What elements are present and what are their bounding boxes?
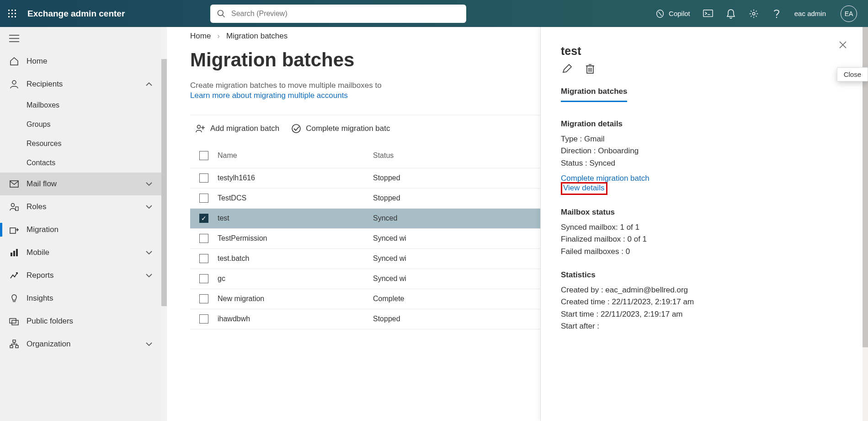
svg-rect-6 (8, 16, 10, 17)
sidebar-item-contacts[interactable]: Contacts (0, 153, 164, 173)
sidebar-item-groups[interactable]: Groups (0, 115, 164, 134)
svg-point-21 (11, 204, 15, 207)
sidebar-label: Organization (27, 340, 70, 349)
sidebar-item-organization[interactable]: Organization (0, 333, 164, 356)
learn-more-link[interactable]: Learn more about migrating multiple acco… (190, 91, 348, 100)
start-after-value: Start after : (561, 320, 842, 332)
close-button[interactable] (837, 39, 849, 51)
svg-rect-20 (10, 181, 18, 187)
sidebar-item-migration[interactable]: Migration (0, 218, 164, 241)
add-people-icon (196, 124, 206, 133)
sidebar-label: Home (27, 57, 47, 66)
roles-icon (9, 202, 19, 211)
sidebar-item-mailboxes[interactable]: Mailboxes (0, 96, 164, 115)
search-input[interactable] (230, 9, 460, 18)
row-checkbox[interactable] (199, 254, 208, 263)
row-checkbox[interactable] (199, 194, 208, 203)
username-label[interactable]: eac admin (794, 10, 826, 17)
row-name: test (218, 214, 373, 222)
organization-icon (9, 340, 19, 349)
sidebar-item-roles[interactable]: Roles (0, 195, 164, 218)
section-mailbox-status: Mailbox status (561, 208, 842, 217)
user-avatar[interactable]: EA (841, 5, 857, 22)
svg-rect-3 (8, 13, 10, 14)
cloud-shell-icon[interactable] (703, 9, 713, 19)
add-migration-batch-button[interactable]: Add migration batch (196, 124, 279, 133)
sidebar-item-home[interactable]: Home (0, 50, 164, 73)
svg-rect-23 (10, 228, 16, 233)
edit-button[interactable] (561, 62, 574, 75)
sidebar-item-mobile[interactable]: Mobile (0, 241, 164, 264)
svg-rect-4 (11, 13, 13, 14)
row-checkbox[interactable] (199, 173, 208, 183)
row-status: Stopped (373, 194, 464, 202)
home-icon (9, 57, 19, 66)
column-status[interactable]: Status (373, 151, 464, 160)
start-time-value: Start time : 22/11/2023, 2:19:17 am (561, 308, 842, 320)
search-icon (217, 9, 226, 18)
svg-point-9 (218, 10, 224, 16)
sidebar-item-public-folders[interactable]: Public folders (0, 310, 164, 333)
app-launcher-icon[interactable] (0, 0, 25, 27)
mail-icon (9, 180, 19, 188)
row-name: gc (218, 275, 373, 283)
copilot-button[interactable]: Copilot (655, 9, 690, 19)
sidebar-item-recipients[interactable]: Recipients (0, 73, 164, 96)
complete-migration-batch-button[interactable]: Complete migration batc (291, 124, 390, 134)
page-scrollbar[interactable] (863, 27, 868, 421)
row-status: Synced wi (373, 234, 464, 243)
row-name: TestDCS (218, 194, 373, 202)
column-name[interactable]: Name (218, 151, 373, 160)
sidebar-item-insights[interactable]: Insights (0, 287, 164, 310)
sidebar-label: Recipients (27, 80, 63, 89)
row-name: testylh1616 (218, 174, 373, 182)
svg-rect-8 (15, 16, 16, 17)
select-all-checkbox[interactable] (199, 151, 208, 160)
chevron-right-icon: › (217, 32, 220, 41)
row-checkbox[interactable]: ✓ (199, 214, 208, 223)
notifications-icon[interactable] (726, 9, 736, 19)
sidebar-label: Mail flow (27, 179, 57, 189)
sidebar-label: Public folders (27, 317, 73, 326)
sidebar-collapse-button[interactable] (0, 27, 164, 50)
app-header: Exchange admin center Copilot eac admin … (0, 0, 868, 27)
row-status: Synced (373, 214, 464, 222)
view-details-link[interactable]: View details (563, 184, 604, 192)
row-checkbox[interactable] (199, 314, 208, 324)
help-icon[interactable] (772, 9, 782, 19)
public-folders-icon (9, 317, 19, 325)
svg-rect-31 (10, 345, 13, 348)
row-name: TestPermission (218, 234, 373, 243)
search-box[interactable] (210, 5, 466, 23)
complete-migration-link[interactable]: Complete migration batch (561, 174, 650, 183)
details-panel: test Migration batches Migration details… (540, 27, 863, 421)
panel-tab-migration-batches[interactable]: Migration batches (561, 87, 627, 102)
sidebar-item-reports[interactable]: Reports (0, 264, 164, 287)
sidebar-label: Migration (27, 225, 59, 234)
created-time-value: Created time : 22/11/2023, 2:19:17 am (561, 296, 842, 308)
settings-icon[interactable] (749, 9, 759, 19)
svg-rect-29 (12, 320, 18, 325)
svg-point-15 (776, 16, 777, 17)
row-checkbox[interactable] (199, 234, 208, 243)
panel-title: test (561, 44, 842, 58)
svg-rect-7 (11, 16, 13, 17)
check-circle-icon (291, 124, 301, 134)
delete-button[interactable] (584, 62, 596, 75)
sidebar-item-resources[interactable]: Resources (0, 134, 164, 153)
svg-rect-0 (8, 10, 10, 11)
row-checkbox[interactable] (199, 294, 208, 303)
row-status: Complete (373, 295, 464, 303)
sidebar-label: Roles (27, 202, 46, 211)
sidebar-item-mailflow[interactable]: Mail flow (0, 173, 164, 195)
row-checkbox[interactable] (199, 274, 208, 283)
svg-point-36 (292, 124, 300, 133)
app-title: Exchange admin center (27, 9, 125, 19)
breadcrumb-home[interactable]: Home (190, 32, 211, 41)
trash-icon (585, 63, 595, 74)
svg-rect-32 (16, 345, 18, 348)
row-status: Stopped (373, 315, 464, 323)
mobile-icon (9, 248, 19, 257)
created-by-value: Created by : eac_admin@bellred.org (561, 284, 842, 296)
svg-rect-26 (16, 249, 18, 256)
